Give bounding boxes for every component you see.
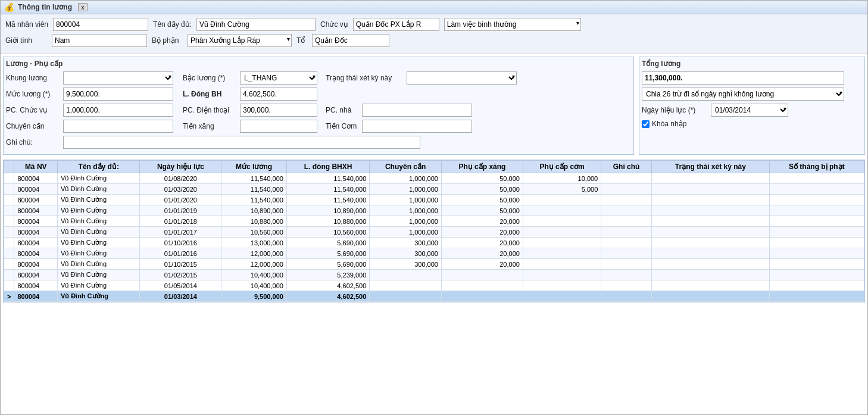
muc-luong-input[interactable] <box>63 88 173 101</box>
table-cell: 11,540,000 <box>286 195 369 205</box>
table-row[interactable]: 800004Vũ Đình Cường01/08/202011,540,0001… <box>4 173 864 184</box>
table-cell: 10,000 <box>523 173 601 184</box>
table-cell: 20,000 <box>441 216 523 227</box>
table-cell: Vũ Đình Cường <box>58 280 140 291</box>
table-cell <box>601 227 652 238</box>
table-row[interactable]: 800004Vũ Đình Cường01/01/201612,000,0005… <box>4 248 864 259</box>
table-cell: 5,690,000 <box>286 259 369 270</box>
table-row[interactable]: >800004Vũ Đình Cường01/03/20149,500,0004… <box>4 291 864 302</box>
table-cell: 800004 <box>14 184 58 195</box>
ma-nhan-vien-label: Mã nhân viên <box>5 20 48 29</box>
to-input[interactable] <box>312 34 389 47</box>
table-cell <box>769 216 864 227</box>
table-cell <box>769 205 864 216</box>
col-ghi-chu: Ghi chú <box>601 161 652 173</box>
table-header-row: Mã NV Tên đầy đủ: Ngày hiệu lực Mức lươn… <box>4 161 864 173</box>
table-cell: 10,560,000 <box>221 227 287 238</box>
ten-day-du-input[interactable] <box>196 18 316 31</box>
table-cell: 800004 <box>14 205 58 216</box>
table-cell: 800004 <box>14 291 58 302</box>
table-cell: 1,000,000 <box>370 216 442 227</box>
l-dong-bh-input[interactable] <box>240 88 317 101</box>
table-row[interactable]: 800004Vũ Đình Cường01/05/201410,400,0004… <box>4 280 864 291</box>
lam-viec-wrapper: Làm việc bình thường <box>444 18 581 31</box>
close-button[interactable]: x <box>78 3 88 11</box>
table-cell: 10,880,000 <box>286 216 369 227</box>
table-cell <box>523 291 601 302</box>
trang-thai-label: Trạng thái xét kỳ này <box>326 74 403 82</box>
table-cell: 5,000 <box>523 184 601 195</box>
col-ma-nv: Mã NV <box>14 161 58 173</box>
table-cell <box>370 291 442 302</box>
table-row[interactable]: 800004Vũ Đình Cường01/01/201710,560,0001… <box>4 227 864 238</box>
pc-dien-thoai-input[interactable] <box>240 104 317 117</box>
ngay-hieu-luc-select[interactable]: 01/03/2014 <box>711 104 788 117</box>
col-trang-thai: Trạng thái xét kỳ này <box>651 161 769 173</box>
table-row[interactable]: 800004Vũ Đình Cường01/10/201512,000,0005… <box>4 259 864 270</box>
pc-chuc-vu-label: PC. Chức vụ <box>6 106 60 114</box>
table-cell <box>601 270 652 280</box>
table-row[interactable]: 800004Vũ Đình Cường01/03/202011,540,0001… <box>4 184 864 195</box>
table-cell <box>769 173 864 184</box>
table-cell: 11,540,000 <box>286 173 369 184</box>
luong-section-title: Lương - Phụ cấp <box>6 60 631 68</box>
col-chuyen-can: Chuyên cần <box>370 161 442 173</box>
table-cell: 800004 <box>14 227 58 238</box>
row-khung-luong: Khung lương Bậc lương (*) L_THANG Trạng … <box>6 71 631 85</box>
table-cell: 01/03/2014 <box>140 291 221 302</box>
header-row-2: Giới tính Bộ phận Phân Xưởng Lắp Ráp Tổ <box>5 34 863 47</box>
row-muc-luong: Mức lương (*) L. Đóng BH <box>6 88 631 101</box>
table-row[interactable]: 800004Vũ Đình Cường01/01/202011,540,0001… <box>4 195 864 205</box>
khung-luong-select[interactable] <box>63 71 173 85</box>
ghi-chu-input[interactable] <box>63 136 420 149</box>
table-cell: 800004 <box>14 216 58 227</box>
pc-chuc-vu-input[interactable] <box>63 104 173 117</box>
tien-com-input[interactable] <box>362 120 472 133</box>
table-cell: 5,690,000 <box>286 238 369 248</box>
table-cell <box>651 205 769 216</box>
row-ghi-chu: Ghi chú: <box>6 136 631 149</box>
table-row[interactable]: 800004Vũ Đình Cường01/02/201510,400,0005… <box>4 270 864 280</box>
chia-select[interactable]: Chia 26 trừ đi số ngày nghỉ không lương <box>642 88 844 101</box>
trang-thai-wrapper <box>407 71 517 85</box>
table-cell: 5,690,000 <box>286 248 369 259</box>
table-row[interactable]: 800004Vũ Đình Cường01/01/201810,880,0001… <box>4 216 864 227</box>
table-cell <box>769 248 864 259</box>
khoa-nhap-checkbox[interactable] <box>642 120 650 128</box>
lam-viec-select[interactable]: Làm việc bình thường <box>444 18 581 31</box>
col-so-thang: Số tháng bị phạt <box>769 161 864 173</box>
ma-nhan-vien-input[interactable] <box>53 18 148 31</box>
bo-phan-select[interactable]: Phân Xưởng Lắp Ráp <box>188 34 292 47</box>
chuyen-can-input[interactable] <box>63 120 173 133</box>
bac-luong-select[interactable]: L_THANG <box>240 71 317 85</box>
chuc-vu-input[interactable] <box>353 18 439 31</box>
table-cell: 9,500,000 <box>221 291 287 302</box>
tien-xang-input[interactable] <box>240 120 317 133</box>
table-cell <box>523 216 601 227</box>
bo-phan-wrapper: Phân Xưởng Lắp Ráp <box>188 34 292 47</box>
trang-thai-select[interactable] <box>407 71 517 85</box>
row-khoa-nhap: Khóa nhập <box>642 120 862 128</box>
table-row[interactable]: 800004Vũ Đình Cường01/01/201910,890,0001… <box>4 205 864 216</box>
total-input[interactable] <box>642 71 844 85</box>
table-cell <box>370 270 442 280</box>
bac-luong-label: Bậc lương (*) <box>183 74 236 82</box>
table-cell <box>523 248 601 259</box>
table-cell: 20,000 <box>441 238 523 248</box>
table-body: 800004Vũ Đình Cường01/08/202011,540,0001… <box>4 173 864 302</box>
table-cell <box>601 248 652 259</box>
table-cell: > <box>4 291 14 302</box>
table-cell <box>523 205 601 216</box>
gioi-tinh-input[interactable] <box>52 34 147 47</box>
chia-wrapper: Chia 26 trừ đi số ngày nghỉ không lương <box>642 88 844 101</box>
table-cell: 20,000 <box>441 259 523 270</box>
col-phu-cap-xang: Phụ cấp xăng <box>441 161 523 173</box>
table-cell <box>441 270 523 280</box>
table-cell <box>4 173 14 184</box>
pc-nha-input[interactable] <box>362 104 472 117</box>
khung-luong-wrapper <box>63 71 173 85</box>
table-cell: 11,540,000 <box>286 184 369 195</box>
table-cell <box>4 216 14 227</box>
table-cell: 800004 <box>14 238 58 248</box>
table-row[interactable]: 800004Vũ Đình Cường01/10/201613,000,0005… <box>4 238 864 248</box>
